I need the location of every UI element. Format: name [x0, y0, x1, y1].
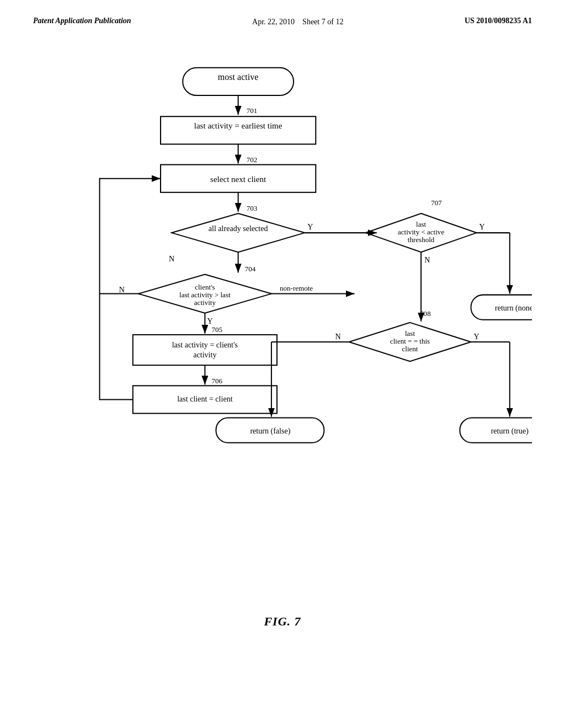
- node-705-text1: last activity = client's: [172, 340, 238, 349]
- header-right-patent: US 2010/0098235 A1: [465, 17, 532, 25]
- node-708-text3: client: [402, 345, 418, 353]
- label-704: 704: [245, 265, 256, 273]
- label-703-N: N: [169, 254, 174, 263]
- label-706: 706: [211, 377, 222, 385]
- node-705-text2: activity: [193, 350, 216, 359]
- figure-caption: FIG. 7: [264, 614, 301, 629]
- flowchart-svg: most active 701 last activity = earliest…: [33, 39, 532, 645]
- diagram-area: most active 701 last activity = earliest…: [33, 39, 532, 645]
- node-703-text: all already selected: [209, 224, 268, 233]
- label-701: 701: [247, 106, 258, 115]
- label-708-N: N: [335, 332, 340, 341]
- node-704-text1: client's: [195, 282, 215, 291]
- node-701-text1: last activity = earliest time: [194, 121, 282, 130]
- node-704-text2: last activity > last: [179, 290, 231, 298]
- header-date: Apr. 22, 2010: [252, 18, 295, 26]
- node-707-text2: activity < active: [398, 228, 444, 236]
- node-return-none: return (none): [495, 303, 532, 312]
- label-703-Y: Y: [307, 222, 313, 231]
- node-708-text1: last: [405, 329, 415, 338]
- node-702-text: select next client: [210, 174, 266, 183]
- node-704-text3: activity: [194, 298, 216, 306]
- start-label: most active: [218, 72, 259, 81]
- node-708-text2: client = = this: [390, 337, 430, 345]
- page-header: Patent Application Publication Apr. 22, …: [33, 17, 532, 28]
- node-return-false: return (false): [250, 426, 290, 435]
- node-707-text3: threshold: [408, 235, 435, 244]
- header-center: Apr. 22, 2010 Sheet 7 of 12: [252, 17, 343, 28]
- label-707-N: N: [424, 255, 430, 264]
- header-left-label: Patent Application Publication: [33, 17, 131, 25]
- label-702: 702: [247, 155, 258, 163]
- label-703: 703: [247, 204, 258, 212]
- node-707-text1: last: [416, 220, 426, 228]
- label-non-remote: non-remote: [280, 283, 313, 292]
- header-sheet: Sheet 7 of 12: [302, 18, 343, 26]
- page: Patent Application Publication Apr. 22, …: [0, 0, 565, 728]
- label-704-N: N: [119, 285, 125, 293]
- label-708: 708: [420, 309, 431, 317]
- node-706-text: last client = client: [177, 394, 232, 403]
- label-705: 705: [211, 325, 222, 334]
- label-708-Y: Y: [474, 332, 479, 341]
- label-704-Y: Y: [207, 316, 212, 325]
- label-707-Y: Y: [479, 222, 485, 231]
- node-return-true: return (true): [491, 426, 529, 435]
- label-707: 707: [431, 198, 442, 206]
